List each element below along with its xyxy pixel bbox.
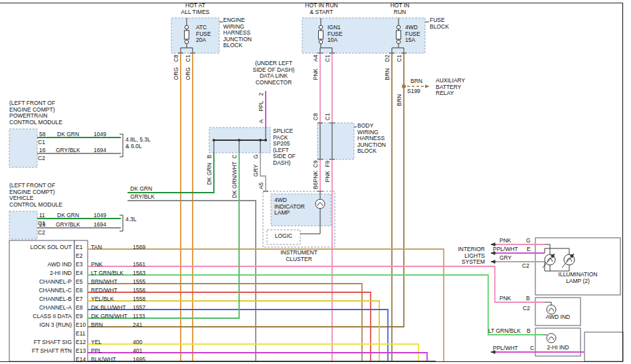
module-wire-name: YEL/BLK [91,296,114,303]
instrument-cluster-label: INSTRUMENT CLUSTER [268,250,330,262]
pcm-connector-c1: C1 [38,139,45,146]
wire-color-brn-label: BRN [397,74,403,127]
connector-c1-label: C1 [325,90,331,143]
module-wire-name: DK BLU/WHT [91,305,126,312]
module-pin: E8 [76,305,82,312]
awd-ind-lamp-icon [547,305,556,314]
vcm-pin-23: 23 [39,222,45,228]
wire-brnwht-e5 [88,284,362,361]
wire-color-pplwht-label: PPL/WHT [493,246,518,253]
connector-c2-label: C2 [523,306,530,312]
module-signal-label: CHANNEL-P [11,279,72,286]
module-circuit-number: 1133 [133,314,145,320]
pcm-circuit-16: 1694 [94,147,106,154]
module-wire-name: LT GRN/BLK [91,270,124,277]
module-pin: E13 [76,348,86,355]
pcm-pin-58: 58 [39,132,45,138]
module-signal-label: IGN 3 (RUN) [11,322,72,329]
engine-variant-brackets [120,134,123,231]
wire-color-pnk-label: PNK [499,296,511,302]
module-wire-name: BLK/WHT [91,357,116,363]
2hi-ind-label: 2-HI IND [535,345,581,351]
module-signal-label: CHANNEL-C [11,288,72,294]
wire-color-pnk-label: PNK [325,150,331,203]
fuse-block-label: FUSE BLOCK [430,17,449,30]
wire-color-gry-label: GRY [499,255,511,262]
2hi-ind-lamp-icon [547,333,556,343]
bottom-right-box [585,332,623,361]
module-pin: E5 [76,279,82,286]
connector-c2-label: C2 [522,263,529,270]
logic-label: LOGIC [267,233,300,240]
module-signal-label: AWD IND [11,262,72,268]
module-wire-name: DK GRN/WHT [91,314,128,320]
module-circuit-number: 1558 [133,296,145,303]
vcm-title: (LEFT FRONT OF ENGINE COMPT) VEHICLE CON… [9,183,62,208]
wire-pnk-e3 [88,266,545,302]
body-junction-block-label: BODY WIRING HARNESS JUNCTION BLOCK [357,123,386,155]
wire-color-org-label: ORG [185,47,192,100]
pcm-wire-16: GRY/BLK [56,147,80,154]
module-wire-name: TAN [91,244,102,251]
module-wire-name: YEL [91,339,102,346]
module-signal-label: FT SHAFT SIG [11,339,72,346]
body-junction-block-box [317,123,354,159]
connector-c1-label: C1 [325,32,331,85]
pcm-box [9,129,37,167]
module-signal-label: FT SHAFT RTN [11,348,72,355]
hot-in-run-start-label: HOT IN RUN & START [295,3,348,15]
vcm-connector-c2: C2 [38,230,45,236]
engine-variant-v8-label: 4.8L, 5.3L & 6.0L [126,137,151,149]
wire-color-org-label: ORG [173,47,180,100]
atc-fuse-terminal-top [185,25,189,29]
module-signal-label: 2-HI IND [11,270,72,277]
engine-variant-v6-label: 4.3L [126,217,137,223]
module-circuit-number: 1563 [133,270,145,277]
aux-battery-relay-label: AUXILIARY BATTERY RELAY [436,78,465,97]
vcm-pin-11: 11 [39,213,45,219]
terminal-e-label: E [527,246,531,253]
wire-color-pnk-label: PNK [499,238,511,244]
module-pin: E14 [76,357,86,363]
awd-ind-label: AWD IND [535,314,581,321]
module-pin: E1 [76,244,82,251]
illumination-lamp-label: ILLUMINATION LAMP (2) [538,272,618,284]
module-circuit-number: 401 [133,348,142,355]
module-wire-name: PPL [91,348,102,355]
module-pin: E12 [76,339,86,346]
module-circuit-number: 1555 [133,279,145,286]
4wd-indicator-lamp-label: 4WD INDICATOR LAMP [274,197,305,217]
atc-fuse-label: ATC FUSE 20A [196,25,211,44]
pcm-circuit-58: 1049 [94,132,106,138]
module-circuit-number: 1561 [133,262,145,268]
s199-label: S199 [407,88,420,95]
module-pin: E9 [76,314,82,320]
4wd-fuse-terminal-top [397,25,401,29]
module-wire-name: BRN/WHT [91,279,118,286]
splice-pack-label: SPLICE PACK SP205 (LEFT SIDE OF DASH) [273,128,296,166]
vcm-wire-11: DK GRN [57,213,79,219]
wire-color-dkgrn-horiz-label: DK GRN [130,186,152,193]
pcm-pin-16: 16 [39,147,45,154]
module-pin: E3 [76,262,82,268]
connector-a5-label: A5 [258,159,265,213]
interior-lights-system-label: INTERIOR LIGHTS SYSTEM [449,246,485,266]
module-circuit-number: 400 [133,339,142,346]
terminal-c-label: C [530,345,534,352]
module-circuit-number: 1556 [133,288,145,294]
terminal-b-label: B [527,328,531,335]
hot-at-all-times-label: HOT AT ALL TIMES [169,3,222,15]
module-circuit-number: 1695 [133,357,145,363]
wire-color-ltgrnblk-label: LT GRN/BLK [488,328,521,335]
wire-color-pplwht-label: PPL/WHT [493,345,518,352]
vcm-box [9,211,37,239]
module-circuit-number: 1557 [133,305,145,312]
module-pin: E10 [76,322,86,329]
module-circuit-number: 241 [133,322,142,329]
module-pin: E4 [76,270,82,277]
illumination-lamp-box [535,238,620,295]
module-pin: E6 [76,288,82,294]
module-pin: E7 [76,296,82,303]
wire-color-brn-label: BRN [385,48,391,101]
module-wire-name: RED/WHT [91,288,118,294]
